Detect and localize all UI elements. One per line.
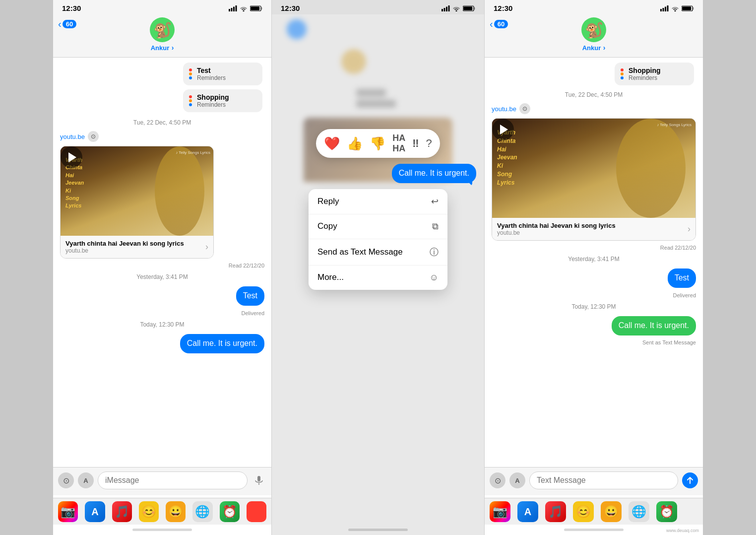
status-bar-right: 12:30: [485, 0, 703, 14]
apps-btn-right[interactable]: A: [509, 472, 525, 488]
video-url-left: youtu.be: [65, 247, 184, 254]
reminder-icon-2: [189, 95, 192, 106]
app-drawer-right: 📷 A 🎵 😊 😀 🌐 ⏰: [485, 498, 703, 525]
delivered-status: Delivered: [60, 310, 264, 316]
message-area-left: Test Reminders Shopping Reminders Tue, 2…: [53, 58, 271, 429]
message-area-right: Shopping Reminders Tue, 22 Dec, 4:50 PM …: [485, 58, 703, 429]
memoji1-app-icon[interactable]: 😊: [139, 501, 159, 522]
safari-icon-r[interactable]: ⊙: [519, 103, 530, 114]
youtube-link-r[interactable]: youtu.be: [492, 105, 516, 113]
back-button-left[interactable]: ‹ 60: [58, 18, 76, 30]
photos-app-icon-r[interactable]: 📷: [490, 501, 510, 522]
video-title-right: Vyarth chinta hai Jeevan ki song lyrics: [497, 222, 616, 229]
camera-btn-right[interactable]: ⊙: [490, 472, 505, 488]
back-chevron-icon-r: ‹: [490, 18, 493, 30]
context-copy[interactable]: Copy ⧉: [309, 214, 447, 239]
battery-icon: [250, 5, 262, 11]
youtube-link[interactable]: youtu.be: [60, 133, 85, 140]
clock-app-icon[interactable]: ⏰: [220, 501, 240, 522]
context-reply[interactable]: Reply ↩: [309, 189, 447, 214]
reminder-title-shopping: Shopping: [197, 93, 229, 101]
message-input-left[interactable]: [98, 471, 248, 489]
video-card-right[interactable]: VyarthChintaHaiJeevanKiSongLyrics ♪ Tell…: [492, 118, 696, 241]
back-badge-left[interactable]: 60: [63, 20, 76, 28]
clock-app-icon-r[interactable]: ⏰: [656, 501, 677, 522]
phone-middle: 12:30 ❤️ 👍 👎 HAHA ‼ ?: [271, 0, 485, 535]
reminder-card-test[interactable]: Test Reminders: [183, 63, 262, 85]
youtube-link-row-r: youtu.be ⊙: [492, 103, 696, 114]
timestamp-2: Yesterday, 3:41 PM: [60, 273, 264, 280]
context-more[interactable]: More... ☺: [309, 266, 447, 290]
context-menu: Reply ↩ Copy ⧉ Send as Text Message ⓘ Mo…: [309, 189, 447, 290]
back-badge-right[interactable]: 60: [494, 20, 508, 28]
context-send-text[interactable]: Send as Text Message ⓘ: [309, 239, 447, 266]
appstore-app-icon-r[interactable]: A: [517, 501, 538, 522]
contact-name-right[interactable]: Ankur ›: [582, 43, 606, 52]
reminder-card-shopping[interactable]: Shopping Reminders: [183, 89, 262, 112]
reminder-card-shopping-right[interactable]: Shopping Reminders: [615, 63, 694, 85]
photos-app-icon[interactable]: 📷: [58, 501, 78, 522]
reaction-thumbsup[interactable]: 👍: [347, 136, 363, 151]
status-bar-middle: 12:30: [272, 0, 484, 14]
audio-icon: [254, 475, 264, 485]
svg-rect-3: [236, 5, 237, 11]
svg-rect-11: [444, 8, 445, 11]
reaction-heart[interactable]: ❤️: [324, 136, 340, 151]
avatar-right: 🐒: [581, 17, 606, 42]
camera-btn-left[interactable]: ⊙: [58, 472, 74, 488]
send-icon-right: [686, 476, 694, 484]
video-info-right: Vyarth chinta hai Jeevan ki song lyrics …: [492, 218, 695, 240]
more-icon: ☺: [430, 272, 439, 283]
status-icons-middle: [441, 5, 475, 11]
apps-icon-left: A: [83, 477, 88, 484]
battery-icon-r: [682, 5, 694, 11]
reminder-shopping: Shopping Reminders: [60, 89, 264, 112]
avatar-left: 🐒: [150, 17, 175, 42]
info-icon: ⓘ: [430, 246, 439, 258]
apps-btn-left[interactable]: A: [78, 472, 94, 488]
bubble-urgent-row-right: Call me. It is urgent.: [492, 316, 696, 335]
send-btn-right[interactable]: [682, 472, 698, 488]
message-input-right[interactable]: [529, 471, 678, 489]
reminder-sub-shopping-right: Reminders: [629, 74, 661, 81]
audio-btn-left[interactable]: [252, 473, 266, 488]
svg-point-4: [243, 10, 245, 11]
video-card-left[interactable]: VyarthChintaHaiJeevanKiSongLyrics ♪ Tell…: [60, 146, 214, 259]
play-button[interactable]: [61, 146, 82, 168]
svg-rect-25: [682, 6, 691, 10]
camera-icon-left: ⊙: [63, 476, 69, 485]
memoji1-app-icon-r[interactable]: 😊: [573, 501, 594, 522]
reaction-question[interactable]: ?: [426, 137, 432, 150]
reaction-exclaim[interactable]: ‼: [412, 137, 419, 150]
youtube-link-row: youtu.be ⊙: [60, 131, 264, 142]
back-button-right[interactable]: ‹ 60: [490, 18, 508, 30]
play-button-r[interactable]: [492, 119, 514, 140]
globe-app-icon-r[interactable]: 🌐: [629, 501, 649, 522]
svg-rect-16: [474, 7, 475, 9]
memoji2-app-icon-r[interactable]: 😀: [601, 501, 622, 522]
status-time-right: 12:30: [494, 4, 512, 12]
context-more-label: More...: [317, 272, 344, 282]
reaction-thumbsdown[interactable]: 👎: [370, 136, 385, 151]
timestamp-1: Tue, 22 Dec, 4:50 PM: [60, 119, 264, 126]
timestamp-r2: Yesterday, 3:41 PM: [492, 256, 696, 263]
appstore-app-icon[interactable]: A: [85, 501, 105, 522]
app-drawer-left: 📷 A 🎵 😊 😀 🌐 ⏰: [53, 498, 271, 525]
memoji2-app-icon[interactable]: 😀: [166, 501, 186, 522]
reminder-sub-test: Reminders: [197, 74, 226, 81]
music-app-icon[interactable]: 🎵: [112, 501, 132, 522]
video-title-left: Vyarth chinta hai Jeevan ki song lyrics: [65, 240, 184, 247]
red-app-icon[interactable]: [247, 501, 266, 522]
safari-icon[interactable]: ⊙: [88, 131, 99, 142]
svg-rect-19: [663, 8, 664, 11]
contact-name-left[interactable]: Ankur ›: [151, 43, 174, 52]
music-app-icon-r[interactable]: 🎵: [545, 501, 566, 522]
reaction-haha[interactable]: HAHA: [392, 133, 405, 154]
globe-app-icon[interactable]: 🌐: [192, 501, 212, 522]
timestamp-r3: Today, 12:30 PM: [492, 303, 696, 310]
reminder-test: Test Reminders: [60, 63, 264, 85]
home-bar-middle: [348, 529, 408, 531]
read-status-right: Read 22/12/20: [492, 245, 696, 251]
context-send-text-label: Send as Text Message: [317, 247, 403, 257]
bubble-test-row-r: Test: [492, 268, 696, 288]
